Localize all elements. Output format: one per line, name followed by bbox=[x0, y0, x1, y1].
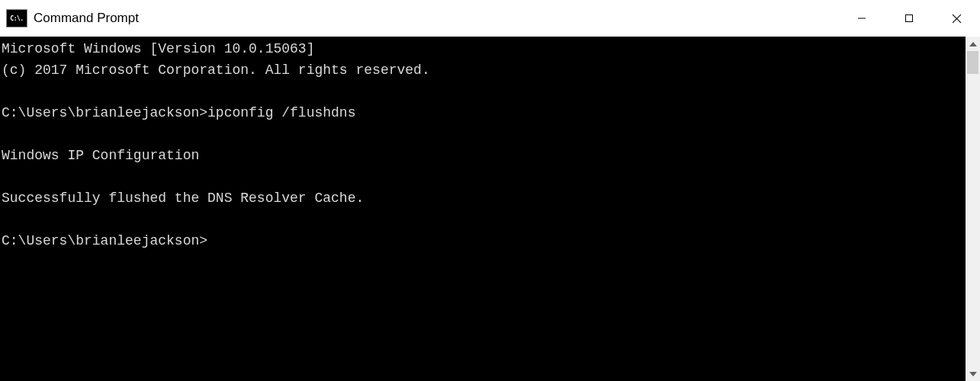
window-title: Command Prompt bbox=[34, 11, 139, 26]
terminal-line: Microsoft Windows [Version 10.0.15063] bbox=[2, 41, 314, 56]
terminal-line: C:\Users\brianleejackson> bbox=[2, 233, 207, 248]
svg-rect-1 bbox=[906, 15, 913, 22]
scroll-up-arrow-icon[interactable] bbox=[966, 37, 980, 51]
app-icon-text: C:\. bbox=[10, 15, 23, 22]
terminal-container: Microsoft Windows [Version 10.0.15063] (… bbox=[0, 37, 980, 381]
close-icon bbox=[952, 14, 962, 24]
titlebar-left: C:\. Command Prompt bbox=[6, 9, 139, 27]
scroll-track[interactable] bbox=[966, 51, 980, 367]
command-prompt-icon: C:\. bbox=[6, 9, 27, 27]
terminal-line: Successfully flushed the DNS Resolver Ca… bbox=[2, 190, 364, 206]
close-button[interactable] bbox=[933, 0, 980, 37]
minimize-button[interactable] bbox=[838, 0, 885, 37]
terminal-output[interactable]: Microsoft Windows [Version 10.0.15063] (… bbox=[0, 37, 966, 381]
terminal-line: Windows IP Configuration bbox=[2, 148, 199, 163]
maximize-button[interactable] bbox=[885, 0, 933, 37]
scroll-down-arrow-icon[interactable] bbox=[966, 367, 980, 381]
vertical-scrollbar[interactable] bbox=[966, 37, 980, 381]
minimize-icon bbox=[857, 14, 866, 23]
terminal-line: (c) 2017 Microsoft Corporation. All righ… bbox=[2, 62, 430, 78]
terminal-line: C:\Users\brianleejackson>ipconfig /flush… bbox=[2, 105, 355, 120]
window-titlebar: C:\. Command Prompt bbox=[0, 0, 980, 37]
maximize-icon bbox=[904, 14, 914, 23]
scroll-thumb[interactable] bbox=[967, 51, 978, 74]
window-controls bbox=[838, 0, 980, 37]
